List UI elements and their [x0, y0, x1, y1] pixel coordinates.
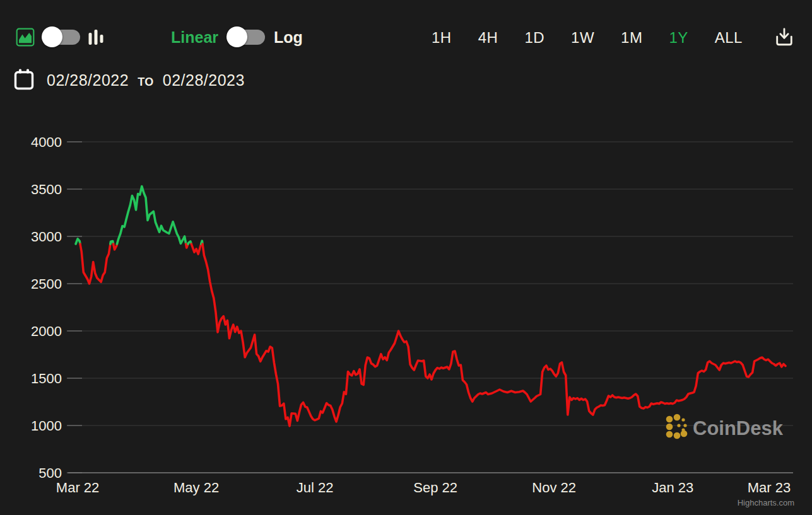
x-axis-label: Nov 22: [532, 480, 576, 495]
y-axis-label: 1500: [31, 371, 62, 386]
coindesk-logo-dot: [677, 424, 680, 427]
date-start[interactable]: 02/28/2022: [47, 71, 129, 90]
price-chart-panel: 5001000150020002500300035004000Mar 22May…: [0, 0, 812, 515]
coindesk-logo-dot: [681, 418, 685, 421]
y-axis-label: 3000: [31, 229, 62, 245]
y-axis-label: 1000: [31, 418, 62, 434]
range-button-1y[interactable]: 1Y: [669, 29, 688, 47]
range-button-4h[interactable]: 4H: [478, 29, 498, 47]
linear-label[interactable]: Linear: [171, 28, 218, 47]
x-axis-label: Sep 22: [413, 480, 457, 495]
bar-chart-icon[interactable]: [88, 28, 104, 47]
range-button-1w[interactable]: 1W: [571, 29, 594, 47]
x-axis-label: May 22: [174, 480, 219, 495]
price-line-segment: [80, 244, 110, 284]
highcharts-attribution: Highcharts.com: [738, 498, 794, 507]
log-label[interactable]: Log: [274, 28, 303, 47]
x-axis-label: Jan 23: [652, 480, 693, 495]
x-axis-label: Mar 22: [56, 480, 99, 495]
range-button-all[interactable]: ALL: [715, 29, 743, 47]
coindesk-logo-dot: [674, 414, 681, 421]
price-line-segment: [203, 244, 786, 426]
date-end[interactable]: 02/28/2023: [163, 71, 245, 90]
chart-type-control: [16, 25, 104, 49]
date-range[interactable]: 02/28/2022 TO 02/28/2023: [47, 71, 245, 90]
range-button-1m[interactable]: 1M: [621, 29, 642, 47]
coindesk-watermark-text: CoinDesk: [693, 417, 784, 439]
range-button-1h[interactable]: 1H: [432, 29, 452, 47]
price-line-segment: [191, 244, 201, 254]
y-axis-label: 500: [38, 465, 62, 481]
coindesk-logo-dot: [666, 431, 673, 438]
scale-control: Linear Log: [171, 25, 303, 49]
coindesk-logo-dot: [666, 424, 673, 431]
x-axis-label: Mar 23: [748, 480, 791, 495]
x-axis-label: Jul 22: [297, 480, 334, 495]
calendar-icon[interactable]: [14, 68, 34, 94]
y-axis-label: 2500: [31, 276, 62, 292]
y-axis-label: 4000: [31, 134, 62, 150]
coindesk-logo-dot: [666, 416, 673, 423]
coindesk-watermark: CoinDesk: [666, 414, 784, 439]
date-separator: TO: [138, 76, 154, 89]
price-line-segment: [117, 187, 186, 245]
y-axis-label: 2000: [31, 323, 62, 339]
toggle-knob: [42, 26, 62, 47]
coindesk-logo-dot: [683, 424, 686, 427]
range-buttons: 1H4H1D1W1M1YALL: [432, 29, 743, 47]
toggle-knob: [227, 26, 247, 47]
download-icon[interactable]: [774, 26, 794, 51]
coindesk-logo-dot: [681, 428, 685, 431]
chart-type-toggle[interactable]: [42, 26, 81, 48]
area-chart-icon[interactable]: [16, 28, 35, 47]
scale-toggle[interactable]: [227, 26, 266, 48]
y-axis-label: 3500: [31, 182, 62, 197]
range-button-1d[interactable]: 1D: [524, 29, 544, 47]
coindesk-logo-dot: [674, 432, 681, 439]
